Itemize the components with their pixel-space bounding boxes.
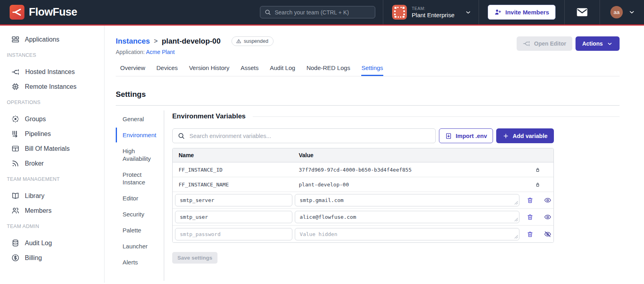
tab-devices[interactable]: Devices xyxy=(157,64,178,76)
env-var-value-input[interactable]: smtp.gmail.com xyxy=(295,194,519,206)
tab-assets[interactable]: Assets xyxy=(241,64,259,76)
search-input[interactable] xyxy=(275,9,371,16)
sidebar-item-broker[interactable]: Broker xyxy=(0,156,104,171)
hidden-value-eye-off-icon[interactable] xyxy=(544,230,551,238)
settings-nav-protect-instance[interactable]: Protect Instance xyxy=(116,167,164,190)
application-label: Application: xyxy=(116,49,145,55)
delete-variable-button[interactable] xyxy=(527,214,533,220)
applications-icon xyxy=(11,35,20,44)
column-header-name: Name xyxy=(173,152,293,158)
sidebar-item-library[interactable]: Library xyxy=(0,188,104,203)
sidebar-item-label: Members xyxy=(25,207,52,214)
env-var-name: FF_INSTANCE_NAME xyxy=(173,182,293,188)
add-variable-label: Add variable xyxy=(513,133,547,139)
env-search[interactable] xyxy=(172,128,436,143)
sidebar-item-pipelines[interactable]: Pipelines xyxy=(0,126,104,141)
instance-tabs: Overview Devices Version History Assets … xyxy=(116,64,620,76)
settings-nav-palette[interactable]: Palette xyxy=(116,223,164,238)
table-row: FF_INSTANCE_NAME plant-develop-00 xyxy=(173,177,553,192)
settings-nav-security[interactable]: Security xyxy=(116,207,164,222)
notifications-mail-icon[interactable] xyxy=(565,8,600,16)
actions-button[interactable]: Actions xyxy=(576,36,620,51)
navbar-right: TEAM: Plant Enterprise Invite Members aa xyxy=(383,0,644,24)
user-avatar: aa xyxy=(610,6,623,18)
sidebar-item-members[interactable]: Members xyxy=(0,203,104,218)
sidebar-item-label: Groups xyxy=(25,116,46,123)
flowfuse-logo[interactable]: FlowFuse xyxy=(0,5,87,20)
tab-version-history[interactable]: Version History xyxy=(189,64,229,76)
settings-content: Environment Variables xyxy=(164,110,620,281)
tab-overview[interactable]: Overview xyxy=(120,64,145,76)
team-search[interactable] xyxy=(260,6,375,18)
lock-icon xyxy=(535,182,541,188)
tab-node-red-logs[interactable]: Node-RED Logs xyxy=(306,64,350,76)
settings-nav-environment[interactable]: Environment xyxy=(116,128,164,142)
page-header: Instances > plant-develop-00 suspended A… xyxy=(116,36,620,55)
brand-name: FlowFuse xyxy=(29,6,77,18)
application-link[interactable]: Acme Plant xyxy=(146,49,175,55)
settings-nav-editor[interactable]: Editor xyxy=(116,191,164,206)
sidebar-item-audit-log[interactable]: Audit Log xyxy=(0,236,104,250)
import-env-label: Import .env xyxy=(456,133,487,139)
sidebar-section-instances: INSTANCES xyxy=(0,52,104,58)
settings-nav-general[interactable]: General xyxy=(116,112,164,126)
env-var-name-input[interactable] xyxy=(175,211,292,223)
sidebar-item-label: Billing xyxy=(25,254,42,262)
main-content: Instances > plant-develop-00 suspended A… xyxy=(105,26,644,283)
env-var-value-input[interactable] xyxy=(295,228,519,240)
env-var-name-input[interactable] xyxy=(175,194,292,206)
breadcrumb-instances-link[interactable]: Instances xyxy=(116,37,150,46)
pipelines-icon xyxy=(11,130,20,138)
settings-body: General Environment High Availability Pr… xyxy=(116,110,620,281)
settings-nav-launcher[interactable]: Launcher xyxy=(116,239,164,254)
sidebar-section-team-admin: TEAM ADMIN xyxy=(0,224,104,229)
env-var-name: FF_INSTANCE_ID xyxy=(173,167,293,173)
sidebar-item-billing[interactable]: Billing xyxy=(0,250,104,265)
save-settings-button[interactable]: Save settings xyxy=(172,252,217,264)
team-chevron-down-icon[interactable] xyxy=(465,9,471,16)
sidebar-item-hosted-instances[interactable]: Hosted Instances xyxy=(0,64,104,79)
divider xyxy=(479,0,479,24)
team-selector[interactable]: TEAM: Plant Enterprise xyxy=(383,5,461,20)
tab-audit-log[interactable]: Audit Log xyxy=(270,64,295,76)
warning-triangle-icon xyxy=(236,38,242,44)
actions-chevron-down-icon xyxy=(607,41,613,47)
import-env-button[interactable]: Import .env xyxy=(439,128,493,143)
show-value-eye-icon[interactable] xyxy=(544,213,551,221)
user-plus-icon xyxy=(494,8,502,16)
sidebar-item-bill-of-materials[interactable]: Bill Of Materials xyxy=(0,141,104,156)
resize-grip-icon[interactable] xyxy=(514,235,518,239)
page-title: Settings xyxy=(116,90,620,99)
env-var-value-input[interactable]: alice@flowfuse.com xyxy=(295,211,519,223)
tab-settings[interactable]: Settings xyxy=(361,64,383,76)
plus-icon xyxy=(503,133,509,139)
resize-grip-icon[interactable] xyxy=(514,218,518,222)
invite-members-button[interactable]: Invite Members xyxy=(488,5,555,20)
add-variable-button[interactable]: Add variable xyxy=(496,128,554,143)
delete-variable-button[interactable] xyxy=(527,231,533,238)
editor-pipe-icon xyxy=(523,40,531,48)
show-value-eye-icon[interactable] xyxy=(544,196,551,204)
team-name: Plant Enterprise xyxy=(412,12,455,18)
user-menu[interactable]: aa xyxy=(600,6,644,18)
flowfuse-logo-icon xyxy=(10,5,24,20)
table-row: alice@flowfuse.com xyxy=(173,209,553,226)
env-search-input[interactable] xyxy=(189,133,431,139)
column-header-value: Value xyxy=(293,152,519,158)
table-row: FF_INSTANCE_ID 37f7d969-97cd-4000-b650-b… xyxy=(173,162,553,177)
sidebar-item-groups[interactable]: Groups xyxy=(0,112,104,126)
settings-nav-alerts[interactable]: Alerts xyxy=(116,255,164,270)
resize-grip-icon[interactable] xyxy=(514,201,518,205)
sidebar-item-applications[interactable]: Applications xyxy=(0,32,104,47)
delete-variable-button[interactable] xyxy=(527,197,533,204)
settings-nav-high-availability[interactable]: High Availability xyxy=(116,144,164,166)
team-label: TEAM: xyxy=(412,6,455,11)
library-book-icon xyxy=(11,192,20,200)
application-line: Application: Acme Plant xyxy=(116,49,274,55)
status-badge-label: suspended xyxy=(244,38,268,44)
breadcrumb: Instances > plant-develop-00 suspended xyxy=(116,36,274,46)
open-editor-button[interactable]: Open Editor xyxy=(517,36,572,51)
env-var-name-input[interactable] xyxy=(175,228,292,240)
sidebar-item-label: Broker xyxy=(25,160,44,167)
sidebar-item-remote-instances[interactable]: Remote Instances xyxy=(0,79,104,94)
